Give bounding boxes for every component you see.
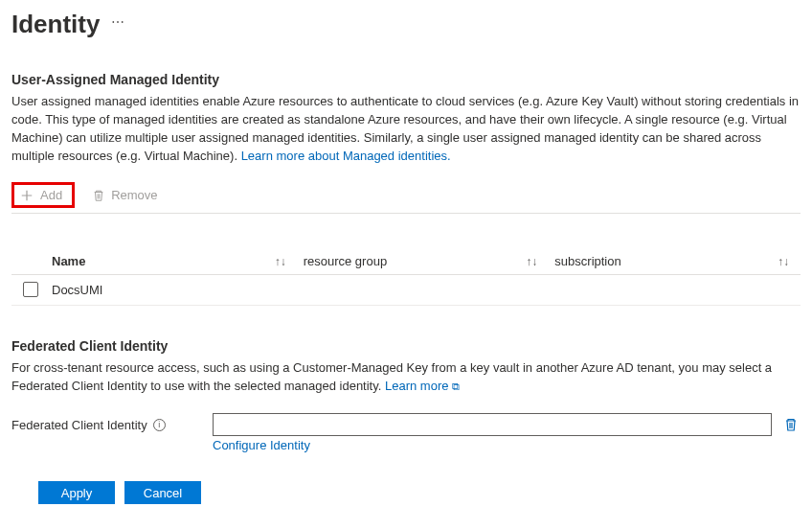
federated-learn-more-text: Learn more [385, 379, 448, 393]
identity-table: Name ↑↓ resource group ↑↓ subscription ↑… [11, 248, 801, 306]
uami-description: User assigned managed identities enable … [11, 93, 801, 165]
col-resource-group[interactable]: resource group ↑↓ [304, 254, 555, 268]
table-header: Name ↑↓ resource group ↑↓ subscription ↑… [11, 248, 801, 275]
page-title: Identity [11, 10, 100, 39]
remove-button[interactable]: Remove [92, 188, 157, 202]
federated-label: Federated Client Identity i [11, 418, 203, 432]
federated-identity-input[interactable] [213, 413, 772, 436]
remove-label: Remove [111, 188, 157, 202]
info-icon[interactable]: i [153, 419, 166, 431]
external-link-icon: ⧉ [452, 380, 460, 392]
uami-learn-more-link[interactable]: Learn more about Managed identities. [241, 149, 451, 163]
federated-description: For cross-tenant resource access, such a… [11, 359, 801, 396]
clear-identity-button[interactable] [781, 415, 801, 434]
sort-icon[interactable]: ↑↓ [526, 255, 537, 268]
col-sub-label: subscription [554, 254, 620, 268]
col-name[interactable]: Name ↑↓ [52, 254, 304, 268]
federated-learn-more-link[interactable]: Learn more ⧉ [385, 379, 460, 393]
plus-icon [20, 189, 34, 202]
uami-section-title: User-Assigned Managed Identity [11, 72, 801, 87]
sort-icon[interactable]: ↑↓ [275, 255, 286, 268]
uami-toolbar: Add Remove [11, 174, 801, 214]
trash-icon [783, 417, 799, 432]
col-name-label: Name [52, 254, 85, 268]
cell-name: DocsUMI [52, 283, 304, 297]
more-icon[interactable]: ⋯ [111, 14, 125, 35]
add-label: Add [40, 188, 62, 202]
col-subscription[interactable]: subscription ↑↓ [554, 254, 801, 268]
row-checkbox[interactable] [23, 282, 38, 297]
trash-icon [92, 189, 105, 202]
add-button[interactable]: Add [11, 182, 75, 208]
federated-label-text: Federated Client Identity [11, 418, 147, 432]
col-rg-label: resource group [304, 254, 387, 268]
sort-icon[interactable]: ↑↓ [778, 255, 789, 268]
federated-section-title: Federated Client Identity [11, 338, 801, 354]
table-row[interactable]: DocsUMI [11, 275, 801, 306]
cancel-button[interactable]: Cancel [124, 481, 201, 504]
apply-button[interactable]: Apply [38, 481, 115, 504]
configure-identity-link[interactable]: Configure Identity [213, 438, 310, 452]
